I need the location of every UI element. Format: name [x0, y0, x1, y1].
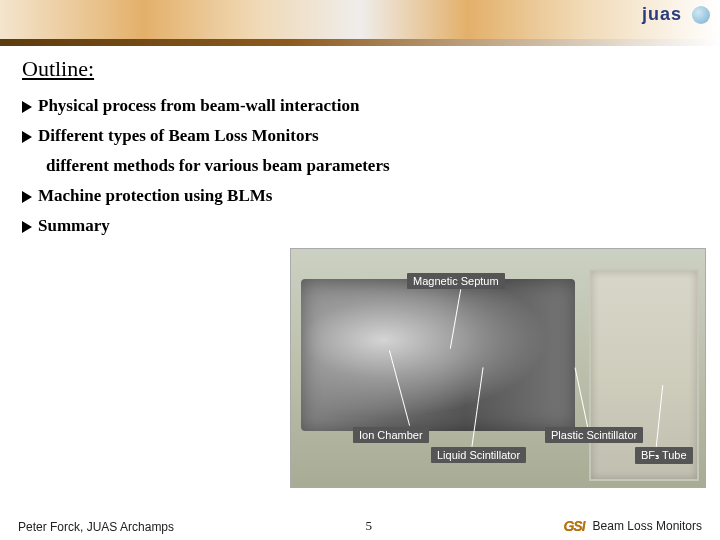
label-ion-chamber: Ion Chamber [353, 427, 429, 443]
label-liquid-scintillator: Liquid Scintillator [431, 447, 526, 463]
chevron-right-icon [22, 131, 32, 143]
chevron-right-icon [22, 221, 32, 233]
slide-content: Outline: Physical process from beam-wall… [0, 46, 720, 236]
footer-author: Peter Forck, JUAS Archamps [18, 520, 174, 534]
outline-heading: Outline: [22, 56, 698, 82]
bullet-text: Physical process from beam-wall interact… [38, 96, 359, 116]
chevron-right-icon [22, 101, 32, 113]
callout-lead [575, 368, 589, 429]
juas-logo: juas [642, 4, 710, 25]
footer-topic: Beam Loss Monitors [593, 519, 702, 533]
footer-right-group: GSI Beam Loss Monitors [563, 518, 702, 534]
globe-icon [692, 6, 710, 24]
label-magnetic-septum: Magnetic Septum [407, 273, 505, 289]
bullet-text: Summary [38, 216, 110, 236]
footer-page-number: 5 [366, 518, 373, 534]
slide-header: juas [0, 0, 720, 46]
slide-footer: Peter Forck, JUAS Archamps 5 GSI Beam Lo… [0, 518, 720, 534]
chevron-right-icon [22, 191, 32, 203]
header-divider [0, 39, 720, 46]
beamline-photo: Magnetic Septum Ion Chamber Liquid Scint… [290, 248, 706, 488]
label-plastic-scintillator: Plastic Scintillator [545, 427, 643, 443]
bullet-summary: Summary [22, 216, 698, 236]
machinery-graphic [301, 279, 575, 431]
bullet-blm-types: Different types of Beam Loss Monitors [22, 126, 698, 146]
bullet-text: Machine protection using BLMs [38, 186, 272, 206]
juas-logo-text: juas [642, 4, 682, 24]
bullet-text: Different types of Beam Loss Monitors [38, 126, 319, 146]
bullet-physical-process: Physical process from beam-wall interact… [22, 96, 698, 116]
label-bf-tube: BF₃ Tube [635, 447, 693, 464]
gsi-logo: GSI [563, 518, 584, 534]
bullet-machine-protection: Machine protection using BLMs [22, 186, 698, 206]
bullet-sub-methods: different methods for various beam param… [46, 156, 698, 176]
